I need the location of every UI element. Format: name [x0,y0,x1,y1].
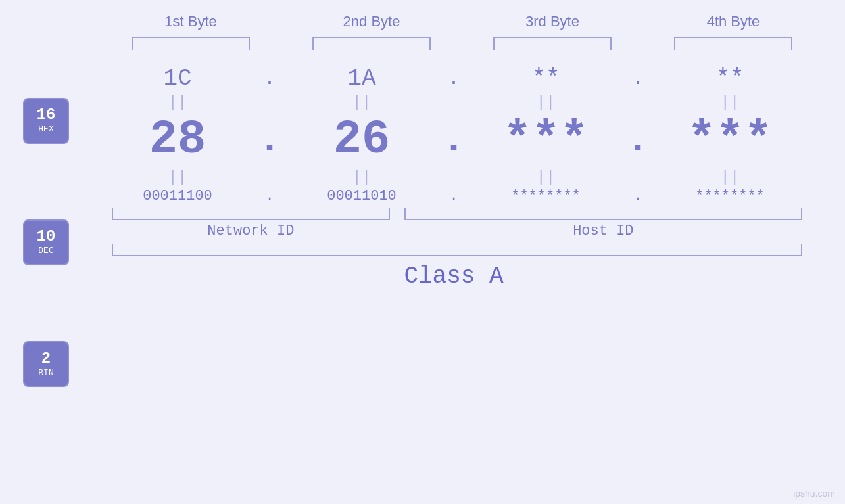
bin-row: 00011100 . 00011010 . ******** . *******… [92,188,815,204]
full-bracket-container [92,244,815,256]
dec-b4: *** [664,113,796,167]
dec-dot1: . [256,118,283,162]
bin-dot3: . [625,188,651,204]
dec-dot3: . [625,118,651,162]
bin-badge-label: BIN [38,368,53,378]
bin-b4: ******** [664,188,796,204]
eq2-b3: || [480,170,612,185]
id-labels: Network ID Host ID [92,223,815,239]
bin-b3: ******** [480,188,612,204]
hex-badge-num: 16 [37,107,56,123]
bin-dot2: . [441,188,467,204]
eq1-b1: || [112,95,243,110]
bin-b2: 00011010 [296,188,427,204]
dec-b2: 26 [296,113,427,167]
top-brackets [101,37,824,50]
hex-b3: ** [480,65,612,92]
hex-row: 1C . 1A . ** . ** [92,65,815,92]
bracket-b2 [312,37,431,50]
dec-badge: 10 DEC [23,219,69,265]
network-id-label: Network ID [112,223,390,239]
dec-b3: *** [480,113,612,167]
byte1-label: 1st Byte [118,13,263,30]
main-container: 1st Byte 2nd Byte 3rd Byte 4th Byte 16 H… [0,0,845,504]
bin-dot1: . [256,188,283,204]
eq1-b2: || [296,95,427,110]
bottom-brackets [92,208,815,220]
dec-row: 28 . 26 . *** . *** [92,113,815,167]
eq2-b4: || [664,170,796,185]
hex-dot3: . [625,68,651,90]
values-wrapper: 1C . 1A . ** . ** || || || || 28 [92,53,815,504]
byte4-label: 4th Byte [661,13,806,30]
badges-column: 16 HEX 10 DEC 2 BIN [0,53,92,504]
network-bracket [112,208,390,220]
byte2-label: 2nd Byte [299,13,444,30]
dec-b1: 28 [112,113,243,167]
hex-b2: 1A [296,65,427,92]
bracket-b3 [493,37,612,50]
equals-row-1: || || || || [92,95,815,110]
hex-dot2: . [441,68,467,90]
watermark: ipshu.com [793,488,835,499]
bracket-b4 [674,37,792,50]
bin-b1: 00011100 [112,188,243,204]
eq1-b4: || [664,95,796,110]
dec-badge-label: DEC [38,246,53,256]
bin-badge: 2 BIN [23,341,69,387]
eq2-b2: || [296,170,427,185]
byte-headers: 1st Byte 2nd Byte 3rd Byte 4th Byte [101,13,824,30]
full-bracket [112,244,802,256]
dec-badge-num: 10 [37,229,56,244]
class-label: Class A [92,263,815,290]
hex-badge: 16 HEX [23,98,69,144]
bin-badge-num: 2 [41,351,51,367]
host-bracket [404,208,802,220]
host-id-label: Host ID [404,223,802,239]
hex-badge-label: HEX [38,124,53,134]
hex-b4: ** [664,65,796,92]
equals-row-2: || || || || [92,170,815,185]
eq2-b1: || [112,170,243,185]
byte3-label: 3rd Byte [480,13,625,30]
dec-dot2: . [441,118,467,162]
eq1-b3: || [480,95,612,110]
bracket-b1 [132,37,250,50]
hex-dot1: . [256,68,283,90]
hex-b1: 1C [112,65,243,92]
